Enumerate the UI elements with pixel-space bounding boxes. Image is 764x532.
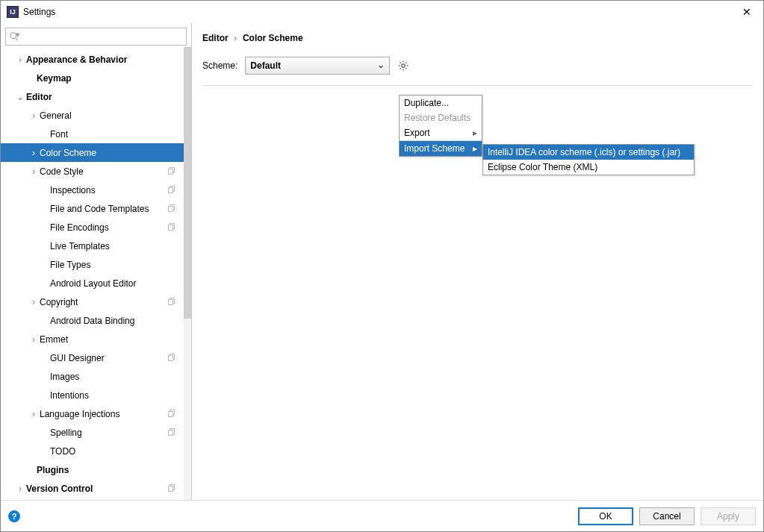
tree-label: Copyright xyxy=(40,297,78,307)
tree-item-editor[interactable]: ⌄Editor xyxy=(1,87,184,106)
tree-label: Appearance & Behavior xyxy=(26,54,127,65)
tree-item-gui-designer[interactable]: GUI Designer xyxy=(1,348,184,367)
svg-rect-16 xyxy=(169,412,173,417)
tree-label: Inspections xyxy=(50,185,96,195)
footer: ? OK Cancel Apply xyxy=(1,500,763,531)
tree-item-general[interactable]: ›General xyxy=(1,106,184,125)
tree-arrow-icon: › xyxy=(29,110,38,121)
scheme-select[interactable]: Default ⌄ xyxy=(245,57,390,75)
tree-label: GUI Designer xyxy=(50,353,105,363)
tree-label: Emmet xyxy=(40,334,68,345)
tree-item-copyright[interactable]: ›Copyright xyxy=(1,292,184,311)
tree-item-version-control[interactable]: ›Version Control xyxy=(1,479,184,498)
breadcrumb-b: Color Scheme xyxy=(243,33,303,43)
tree-label: Plugins xyxy=(37,465,69,475)
scrollbar-thumb[interactable] xyxy=(184,47,191,319)
close-icon[interactable]: ✕ xyxy=(736,6,757,18)
tree-item-file-encodings[interactable]: File Encodings xyxy=(1,218,184,237)
svg-rect-8 xyxy=(169,207,173,212)
tree-item-live-templates[interactable]: Live Templates xyxy=(1,237,184,255)
svg-text:▾: ▾ xyxy=(16,31,19,39)
divider xyxy=(202,85,753,86)
tree-label: Editor xyxy=(26,92,52,102)
gear-icon[interactable] xyxy=(397,60,409,72)
submenu-item[interactable]: IntelliJ IDEA color scheme (.icls) or se… xyxy=(483,145,694,160)
tree-label: Android Layout Editor xyxy=(50,278,136,289)
tree-item-emmet[interactable]: ›Emmet xyxy=(1,330,184,348)
import-scheme-submenu[interactable]: IntelliJ IDEA color scheme (.icls) or se… xyxy=(482,144,695,175)
left-column: ▾ ›Appearance & BehaviorKeymap⌄Editor›Ge… xyxy=(1,23,192,500)
tree-label: Version Control xyxy=(26,484,93,494)
tree-arrow-icon: › xyxy=(29,166,38,177)
tree-item-plugins[interactable]: Plugins xyxy=(1,460,184,479)
svg-line-29 xyxy=(406,62,407,63)
tree-item-spelling[interactable]: Spelling xyxy=(1,423,184,442)
tree-label: Font xyxy=(50,129,68,140)
tree-item-code-style[interactable]: ›Code Style xyxy=(1,162,184,181)
menu-item-duplicate-[interactable]: Duplicate... xyxy=(400,96,482,110)
tree-item-android-layout-editor[interactable]: Android Layout Editor xyxy=(1,274,184,292)
scheme-row: Scheme: Default ⌄ xyxy=(202,57,753,75)
svg-rect-12 xyxy=(169,300,173,305)
cancel-button[interactable]: Cancel xyxy=(639,507,695,525)
tree-item-font[interactable]: Font xyxy=(1,125,184,143)
tree-label: TODO xyxy=(50,446,75,457)
scheme-value: Default xyxy=(250,60,281,71)
tree-arrow-icon: › xyxy=(29,297,38,307)
menu-item-import-scheme[interactable]: Import Scheme xyxy=(400,141,482,156)
breadcrumb-a: Editor xyxy=(202,33,229,43)
breadcrumb-sep: › xyxy=(234,33,237,43)
svg-rect-14 xyxy=(169,356,173,361)
help-icon[interactable]: ? xyxy=(8,510,20,522)
tree-arrow-icon: › xyxy=(29,334,38,345)
tree-item-images[interactable]: Images xyxy=(1,367,184,386)
svg-line-28 xyxy=(400,68,401,69)
tree-scrollbar[interactable] xyxy=(184,47,191,500)
copy-icon xyxy=(167,353,176,362)
tree-label: General xyxy=(40,110,72,121)
tree-item-keymap[interactable]: Keymap xyxy=(1,69,184,87)
search-input[interactable]: ▾ xyxy=(5,28,187,46)
tree-label: Intentions xyxy=(50,390,89,401)
tree-label: Color Scheme xyxy=(40,148,96,158)
tree-item-appearance-behavior[interactable]: ›Appearance & Behavior xyxy=(1,50,184,69)
titlebar: IJ Settings ✕ xyxy=(1,1,763,23)
tree-label: Images xyxy=(50,372,79,382)
menu-item-restore-defaults: Restore Defaults xyxy=(400,110,482,125)
svg-rect-4 xyxy=(169,169,173,175)
tree-label: File and Code Templates xyxy=(50,204,149,214)
tree-item-language-injections[interactable]: ›Language Injections xyxy=(1,404,184,423)
tree-item-android-data-binding[interactable]: Android Data Binding xyxy=(1,311,184,330)
tree-label: Code Style xyxy=(40,166,84,177)
apply-button[interactable]: Apply xyxy=(701,507,756,525)
menu-item-export[interactable]: Export xyxy=(400,125,482,140)
settings-tree[interactable]: ›Appearance & BehaviorKeymap⌄Editor›Gene… xyxy=(1,50,191,500)
tree-item-intentions[interactable]: Intentions xyxy=(1,386,184,404)
tree-arrow-icon: ⌄ xyxy=(16,92,25,102)
tree-item-color-scheme[interactable]: ›Color Scheme xyxy=(1,143,184,162)
tree-item-file-types[interactable]: File Types xyxy=(1,255,184,274)
tree-item-file-and-code-templates[interactable]: File and Code Templates xyxy=(1,199,184,218)
svg-point-21 xyxy=(402,64,405,67)
tree-label: File Encodings xyxy=(50,222,109,233)
copy-icon xyxy=(167,297,176,306)
gear-menu[interactable]: Duplicate...Restore DefaultsExportImport… xyxy=(399,95,482,157)
tree-item-todo[interactable]: TODO xyxy=(1,442,184,460)
tree-arrow-icon: › xyxy=(29,148,38,158)
submenu-item[interactable]: Eclipse Color Theme (XML) xyxy=(483,160,694,175)
main-area: ▾ ›Appearance & BehaviorKeymap⌄Editor›Ge… xyxy=(1,23,763,500)
ok-button[interactable]: OK xyxy=(578,507,633,525)
svg-rect-20 xyxy=(169,486,173,492)
tree-item-inspections[interactable]: Inspections xyxy=(1,181,184,199)
tree-arrow-icon: › xyxy=(16,484,25,494)
tree-label: Spelling xyxy=(50,428,82,438)
chevron-down-icon: ⌄ xyxy=(377,60,385,70)
search-wrap: ▾ xyxy=(1,28,191,50)
copy-icon xyxy=(167,166,176,175)
window-title: Settings xyxy=(23,7,736,17)
svg-rect-10 xyxy=(169,225,173,231)
copy-icon xyxy=(167,409,176,418)
tree-label: Keymap xyxy=(37,73,72,84)
tree-label: File Types xyxy=(50,260,90,270)
copy-icon xyxy=(167,222,176,231)
